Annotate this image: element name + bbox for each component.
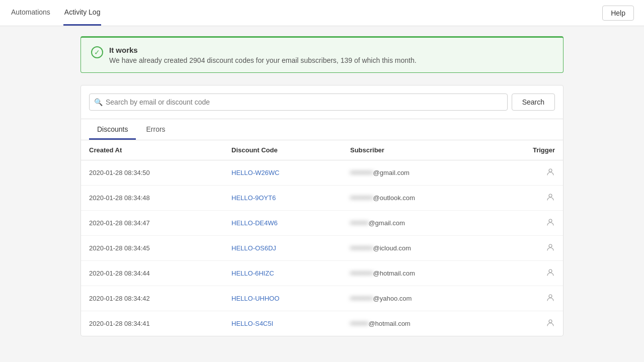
user-icon [546, 293, 555, 302]
svg-point-6 [549, 320, 552, 323]
cell-trigger[interactable] [492, 160, 563, 186]
cell-created-at: 2020-01-28 08:34:42 [81, 286, 223, 311]
tab-activity-log[interactable]: Activity Log [63, 0, 102, 26]
cell-discount-code[interactable]: HELLO-S4C5I [223, 311, 342, 336]
discount-code-link[interactable]: HELLO-UHHOO [231, 295, 279, 302]
search-section: 🔍 Search [81, 85, 563, 119]
help-button[interactable]: Help [602, 6, 634, 21]
discounts-table: Created At Discount Code Subscriber Trig… [81, 140, 563, 336]
banner-title: It works [109, 46, 417, 54]
search-icon: 🔍 [94, 98, 103, 106]
cell-discount-code[interactable]: HELLO-DE4W6 [223, 211, 342, 236]
table-row: 2020-01-28 08:34:45HELLO-OS6DJ••••••••••… [81, 236, 563, 261]
banner-text: It works We have already created 2904 di… [109, 46, 417, 64]
panel-tabs: Discounts Errors [81, 119, 563, 140]
discount-code-link[interactable]: HELLO-W26WC [231, 169, 279, 176]
svg-point-5 [549, 295, 552, 298]
cell-trigger[interactable] [492, 236, 563, 261]
cell-trigger[interactable] [492, 211, 563, 236]
discount-code-link[interactable]: HELLO-6HIZC [231, 269, 274, 277]
svg-point-3 [549, 244, 552, 247]
svg-point-4 [549, 269, 552, 273]
cell-trigger[interactable] [492, 261, 563, 286]
svg-point-1 [549, 194, 552, 197]
main-content: ✓ It works We have already created 2904 … [70, 26, 574, 346]
cell-subscriber: ••••••••@hotmail.com [342, 311, 492, 336]
user-icon [546, 318, 555, 327]
banner-description: We have already created 2904 discount co… [109, 56, 417, 64]
search-row: 🔍 Search [89, 94, 555, 111]
cell-created-at: 2020-01-28 08:34:48 [81, 186, 223, 211]
cell-discount-code[interactable]: HELLO-OS6DJ [223, 236, 342, 261]
user-icon [546, 243, 555, 252]
svg-point-2 [549, 219, 552, 222]
success-banner: ✓ It works We have already created 2904 … [80, 36, 564, 73]
cell-discount-code[interactable]: HELLO-W26WC [223, 160, 342, 186]
top-navigation: Automations Activity Log Help [0, 0, 644, 26]
nav-tabs: Automations Activity Log [10, 0, 101, 26]
cell-discount-code[interactable]: HELLO-UHHOO [223, 286, 342, 311]
discount-code-link[interactable]: HELLO-9OYT6 [231, 194, 276, 202]
svg-point-0 [549, 169, 552, 172]
tab-errors[interactable]: Errors [138, 119, 173, 140]
cell-subscriber: ••••••••••@gmail.com [342, 160, 492, 186]
table-row: 2020-01-28 08:34:41HELLO-S4C5I••••••••@h… [81, 311, 563, 336]
cell-subscriber: ••••••••••@outlook.com [342, 186, 492, 211]
cell-subscriber: ••••••••••@icloud.com [342, 236, 492, 261]
cell-trigger[interactable] [492, 286, 563, 311]
cell-trigger[interactable] [492, 186, 563, 211]
table-row: 2020-01-28 08:34:47HELLO-DE4W6••••••••@g… [81, 211, 563, 236]
cell-created-at: 2020-01-28 08:34:50 [81, 160, 223, 186]
user-icon [546, 167, 555, 176]
cell-created-at: 2020-01-28 08:34:41 [81, 311, 223, 336]
cell-created-at: 2020-01-28 08:34:44 [81, 261, 223, 286]
col-header-subscriber: Subscriber [342, 140, 492, 160]
discount-code-link[interactable]: HELLO-OS6DJ [231, 244, 276, 252]
table-row: 2020-01-28 08:34:48HELLO-9OYT6••••••••••… [81, 186, 563, 211]
main-panel: 🔍 Search Discounts Errors Created At Dis… [80, 85, 564, 336]
table-header: Created At Discount Code Subscriber Trig… [81, 140, 563, 160]
cell-subscriber: ••••••••@gmail.com [342, 211, 492, 236]
table-row: 2020-01-28 08:34:44HELLO-6HIZC••••••••••… [81, 261, 563, 286]
col-header-discount-code: Discount Code [223, 140, 342, 160]
col-header-trigger: Trigger [492, 140, 563, 160]
user-icon [546, 268, 555, 277]
cell-discount-code[interactable]: HELLO-6HIZC [223, 261, 342, 286]
cell-subscriber: ••••••••••@hotmail.com [342, 261, 492, 286]
cell-discount-code[interactable]: HELLO-9OYT6 [223, 186, 342, 211]
search-button[interactable]: Search [512, 94, 555, 111]
search-input[interactable] [89, 94, 508, 111]
success-icon: ✓ [91, 46, 103, 58]
discount-code-link[interactable]: HELLO-DE4W6 [231, 219, 278, 227]
tab-discounts[interactable]: Discounts [89, 119, 136, 140]
col-header-created-at: Created At [81, 140, 223, 160]
table-body: 2020-01-28 08:34:50HELLO-W26WC••••••••••… [81, 160, 563, 336]
cell-subscriber: ••••••••••@yahoo.com [342, 286, 492, 311]
user-icon [546, 218, 555, 227]
cell-created-at: 2020-01-28 08:34:45 [81, 236, 223, 261]
table-row: 2020-01-28 08:34:42HELLO-UHHOO••••••••••… [81, 286, 563, 311]
search-input-wrap: 🔍 [89, 94, 508, 111]
cell-trigger[interactable] [492, 311, 563, 336]
tab-automations[interactable]: Automations [10, 0, 51, 26]
cell-created-at: 2020-01-28 08:34:47 [81, 211, 223, 236]
discount-code-link[interactable]: HELLO-S4C5I [231, 320, 273, 327]
user-icon [546, 193, 555, 202]
table-row: 2020-01-28 08:34:50HELLO-W26WC••••••••••… [81, 160, 563, 186]
